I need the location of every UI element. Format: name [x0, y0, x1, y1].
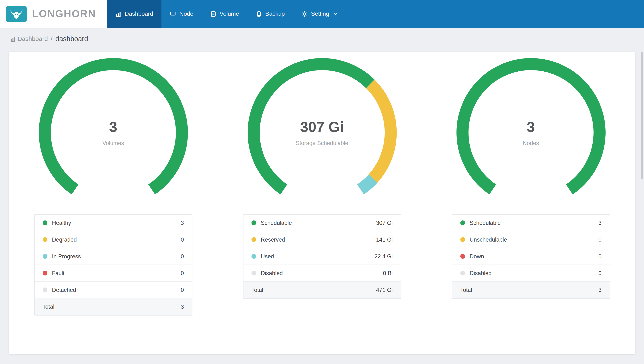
scrollbar-thumb[interactable] [641, 52, 643, 179]
breadcrumb: Dashboard / dashboard [0, 28, 644, 43]
app-header: LONGHORN Dashboard Node [0, 0, 644, 28]
legend-label: Reserved [261, 236, 376, 243]
nav-tab-node[interactable]: Node [162, 0, 202, 28]
legend-dot [460, 220, 465, 225]
storage-panel: 307 Gi Storage Schedulable Schedulable 3… [218, 52, 426, 354]
legend-label: Used [261, 253, 374, 260]
legend-total-value: 471 Gi [376, 287, 393, 293]
chevron-down-icon [334, 12, 338, 15]
volumes-panel: 3 Volumes Healthy 3 Degraded 0 In Progr [9, 52, 218, 354]
legend-dot [251, 220, 256, 225]
legend-label: Disabled [470, 270, 598, 276]
legend-row: Degraded 0 [34, 231, 192, 248]
nav-tab-volume[interactable]: Volume [202, 0, 248, 28]
nav-tab-backup[interactable]: Backup [248, 0, 293, 28]
legend-row: Healthy 3 [34, 214, 192, 231]
legend-total-row: Total 3 [34, 298, 192, 315]
legend-total-value: 3 [598, 287, 602, 293]
bull-logo-icon [6, 6, 27, 22]
legend-total-label: Total [460, 287, 598, 293]
legend-dot [460, 237, 465, 242]
storage-gauge: 307 Gi Storage Schedulable [246, 56, 398, 209]
legend-value: 0 [598, 270, 602, 276]
bar-chart-icon [10, 36, 16, 42]
legend-value: 0 [181, 270, 184, 276]
legend-dot [42, 254, 47, 259]
nodes-panel: 3 Nodes Schedulable 3 Unschedulable 0 D [426, 52, 635, 354]
legend-dot [251, 254, 256, 259]
dashboard-card: 3 Volumes Healthy 3 Degraded 0 In Progr [9, 52, 635, 354]
bar-chart-icon [115, 11, 121, 17]
legend-dot [460, 271, 465, 276]
legend-label: In Progress [52, 253, 181, 260]
brand-name: LONGHORN [32, 8, 96, 20]
nav-tab-label: Node [180, 10, 194, 17]
volumes-legend: Healthy 3 Degraded 0 In Progress 0 Fault… [34, 214, 192, 316]
legend-value: 3 [598, 220, 602, 226]
legend-dot [42, 237, 47, 242]
legend-label: Down [470, 253, 598, 260]
legend-dot [460, 254, 465, 259]
legend-total-row: Total 3 [452, 282, 610, 298]
volume-icon [210, 11, 216, 17]
legend-dot [42, 288, 47, 292]
legend-value: 307 Gi [376, 220, 393, 226]
legend-label: Disabled [261, 270, 383, 276]
legend-total-label: Total [42, 304, 181, 310]
legend-row: Down 0 [452, 248, 610, 265]
nodes-legend: Schedulable 3 Unschedulable 0 Down 0 Dis… [452, 214, 610, 299]
legend-label: Fault [52, 270, 181, 276]
nav-tab-label: Volume [220, 10, 239, 17]
nav-tab-label: Backup [265, 10, 285, 17]
nav-tab-setting[interactable]: Setting [293, 0, 346, 28]
legend-label: Healthy [52, 220, 181, 226]
legend-row: Disabled 0 Bi [243, 265, 401, 282]
breadcrumb-separator: / [51, 35, 52, 43]
legend-row: Fault 0 [34, 265, 192, 282]
nav-tab-dashboard[interactable]: Dashboard [107, 0, 162, 28]
node-icon [170, 11, 176, 17]
legend-total-row: Total 471 Gi [243, 282, 401, 298]
legend-value: 0 [181, 236, 184, 243]
breadcrumb-current-page: dashboard [56, 35, 88, 43]
app-window: LONGHORN Dashboard Node [0, 0, 644, 364]
legend-row: Schedulable 3 [452, 214, 610, 231]
breadcrumb-section[interactable]: Dashboard [10, 35, 48, 43]
legend-total-label: Total [251, 287, 376, 293]
gear-icon [302, 11, 308, 17]
legend-value: 0 [181, 286, 184, 293]
legend-value: 3 [181, 220, 184, 226]
breadcrumb-section-label: Dashboard [18, 35, 48, 43]
legend-row: In Progress 0 [34, 248, 192, 265]
legend-row: Reserved 141 Gi [243, 231, 401, 248]
legend-row: Unschedulable 0 [452, 231, 610, 248]
nav-tab-label: Dashboard [125, 10, 153, 17]
nodes-gauge: 3 Nodes [454, 56, 607, 209]
legend-dot [251, 271, 256, 276]
legend-label: Detached [52, 286, 181, 293]
legend-row: Disabled 0 [452, 265, 610, 282]
nav-tab-label: Setting [311, 10, 329, 17]
legend-total-value: 3 [181, 304, 184, 310]
legend-value: 0 [598, 253, 602, 260]
legend-label: Schedulable [470, 220, 598, 226]
legend-value: 0 [598, 236, 602, 243]
top-nav: Dashboard Node Volume [107, 0, 644, 28]
legend-value: 141 Gi [376, 236, 393, 243]
legend-row: Used 22.4 Gi [243, 248, 401, 265]
legend-row: Schedulable 307 Gi [243, 214, 401, 231]
legend-value: 0 Bi [383, 270, 393, 276]
legend-label: Schedulable [261, 220, 376, 226]
legend-dot [251, 237, 256, 242]
legend-label: Degraded [52, 236, 181, 243]
backup-icon [256, 11, 262, 17]
legend-value: 22.4 Gi [374, 253, 393, 260]
volumes-gauge: 3 Volumes [37, 56, 190, 209]
storage-legend: Schedulable 307 Gi Reserved 141 Gi Used … [243, 214, 401, 299]
legend-row: Detached 0 [34, 282, 192, 298]
legend-value: 0 [181, 253, 184, 260]
legend-label: Unschedulable [470, 236, 598, 243]
legend-dot [42, 271, 47, 276]
longhorn-logo[interactable]: LONGHORN [0, 0, 107, 28]
legend-dot [42, 220, 47, 225]
